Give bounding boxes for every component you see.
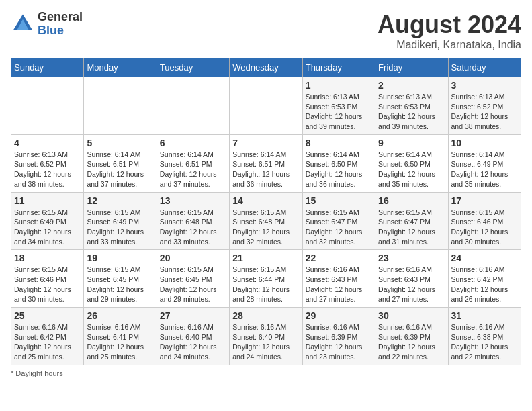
calendar-cell: 29Sunrise: 6:16 AMSunset: 6:39 PMDayligh…: [302, 308, 375, 365]
day-number: 3: [451, 80, 518, 91]
calendar-table: SundayMondayTuesdayWednesdayThursdayFrid…: [11, 58, 521, 365]
calendar-cell: 18Sunrise: 6:15 AMSunset: 6:46 PMDayligh…: [11, 250, 84, 308]
day-number: 19: [87, 253, 153, 263]
day-number: 13: [160, 195, 226, 206]
calendar-cell: 1Sunrise: 6:13 AMSunset: 6:53 PMDaylight…: [302, 77, 375, 135]
calendar-cell: 11Sunrise: 6:15 AMSunset: 6:49 PMDayligh…: [11, 192, 84, 250]
daylight-note: Daylight hours: [15, 369, 62, 377]
day-number: 5: [87, 138, 153, 148]
day-header-saturday: Saturday: [448, 58, 521, 77]
calendar-cell: 19Sunrise: 6:15 AMSunset: 6:45 PMDayligh…: [84, 250, 157, 308]
day-info: Sunrise: 6:14 AMSunset: 6:50 PMDaylight:…: [306, 150, 372, 189]
day-info: Sunrise: 6:15 AMSunset: 6:44 PMDaylight:…: [232, 265, 299, 304]
calendar-header-row: SundayMondayTuesdayWednesdayThursdayFrid…: [11, 58, 521, 77]
day-info: Sunrise: 6:16 AMSunset: 6:43 PMDaylight:…: [306, 265, 372, 304]
day-info: Sunrise: 6:16 AMSunset: 6:39 PMDaylight:…: [306, 322, 372, 362]
day-number: 7: [232, 138, 299, 148]
day-info: Sunrise: 6:16 AMSunset: 6:41 PMDaylight:…: [87, 322, 153, 362]
day-number: 17: [451, 195, 518, 206]
day-info: Sunrise: 6:13 AMSunset: 6:53 PMDaylight:…: [378, 92, 445, 132]
calendar-cell: 6Sunrise: 6:14 AMSunset: 6:51 PMDaylight…: [157, 134, 229, 192]
logo-text: General Blue: [38, 11, 83, 38]
calendar-cell: 31Sunrise: 6:16 AMSunset: 6:38 PMDayligh…: [448, 308, 521, 365]
calendar-cell: 27Sunrise: 6:16 AMSunset: 6:40 PMDayligh…: [157, 308, 229, 365]
calendar-cell: 14Sunrise: 6:15 AMSunset: 6:48 PMDayligh…: [230, 192, 302, 250]
calendar-cell: 2Sunrise: 6:13 AMSunset: 6:53 PMDaylight…: [375, 77, 448, 135]
day-header-thursday: Thursday: [302, 58, 375, 77]
calendar-week-2: 4Sunrise: 6:13 AMSunset: 6:52 PMDaylight…: [11, 134, 521, 192]
day-number: 11: [14, 195, 81, 206]
day-info: Sunrise: 6:13 AMSunset: 6:52 PMDaylight:…: [14, 150, 81, 189]
day-header-tuesday: Tuesday: [157, 58, 229, 77]
day-info: Sunrise: 6:16 AMSunset: 6:42 PMDaylight:…: [14, 322, 81, 362]
day-info: Sunrise: 6:14 AMSunset: 6:51 PMDaylight:…: [160, 150, 226, 189]
day-number: 29: [306, 310, 372, 321]
day-number: 12: [87, 195, 153, 206]
calendar-cell: 22Sunrise: 6:16 AMSunset: 6:43 PMDayligh…: [302, 250, 375, 308]
day-header-monday: Monday: [84, 58, 157, 77]
calendar-cell: 26Sunrise: 6:16 AMSunset: 6:41 PMDayligh…: [84, 308, 157, 365]
day-number: 16: [378, 195, 445, 206]
day-info: Sunrise: 6:15 AMSunset: 6:45 PMDaylight:…: [87, 265, 153, 304]
logo: General Blue: [11, 11, 83, 38]
day-info: Sunrise: 6:14 AMSunset: 6:51 PMDaylight:…: [232, 150, 299, 189]
footer-note: * Daylight hours: [11, 369, 521, 377]
day-number: 24: [451, 253, 518, 263]
day-info: Sunrise: 6:16 AMSunset: 6:38 PMDaylight:…: [451, 322, 518, 362]
subtitle: Madikeri, Karnataka, India: [378, 39, 521, 51]
day-info: Sunrise: 6:15 AMSunset: 6:49 PMDaylight:…: [14, 208, 81, 247]
day-number: 4: [14, 138, 81, 148]
calendar-cell: 30Sunrise: 6:16 AMSunset: 6:39 PMDayligh…: [375, 308, 448, 365]
calendar-cell: 25Sunrise: 6:16 AMSunset: 6:42 PMDayligh…: [11, 308, 84, 365]
day-info: Sunrise: 6:15 AMSunset: 6:48 PMDaylight:…: [232, 208, 299, 247]
day-info: Sunrise: 6:16 AMSunset: 6:42 PMDaylight:…: [451, 265, 518, 304]
day-info: Sunrise: 6:16 AMSunset: 6:43 PMDaylight:…: [378, 265, 445, 304]
logo-line1: General: [38, 11, 83, 24]
day-number: 31: [451, 310, 518, 321]
calendar-cell: 20Sunrise: 6:15 AMSunset: 6:45 PMDayligh…: [157, 250, 229, 308]
day-info: Sunrise: 6:16 AMSunset: 6:40 PMDaylight:…: [160, 322, 226, 362]
day-number: 6: [160, 138, 226, 148]
day-number: 8: [306, 138, 372, 148]
main-title: August 2024: [378, 11, 521, 39]
logo-line2: Blue: [38, 24, 83, 38]
day-info: Sunrise: 6:15 AMSunset: 6:46 PMDaylight:…: [14, 265, 81, 304]
calendar-cell: 10Sunrise: 6:14 AMSunset: 6:49 PMDayligh…: [448, 134, 521, 192]
day-info: Sunrise: 6:15 AMSunset: 6:47 PMDaylight:…: [378, 208, 445, 247]
day-number: 15: [306, 195, 372, 206]
day-number: 26: [87, 310, 153, 321]
day-number: 22: [306, 253, 372, 263]
day-info: Sunrise: 6:15 AMSunset: 6:48 PMDaylight:…: [160, 208, 226, 247]
calendar-cell: 13Sunrise: 6:15 AMSunset: 6:48 PMDayligh…: [157, 192, 229, 250]
day-info: Sunrise: 6:15 AMSunset: 6:46 PMDaylight:…: [451, 208, 518, 247]
calendar-cell: 8Sunrise: 6:14 AMSunset: 6:50 PMDaylight…: [302, 134, 375, 192]
day-number: 25: [14, 310, 81, 321]
calendar-cell: 16Sunrise: 6:15 AMSunset: 6:47 PMDayligh…: [375, 192, 448, 250]
day-info: Sunrise: 6:15 AMSunset: 6:45 PMDaylight:…: [160, 265, 226, 304]
day-number: 27: [160, 310, 226, 321]
calendar-cell: 15Sunrise: 6:15 AMSunset: 6:47 PMDayligh…: [302, 192, 375, 250]
calendar-cell: 21Sunrise: 6:15 AMSunset: 6:44 PMDayligh…: [230, 250, 302, 308]
day-info: Sunrise: 6:15 AMSunset: 6:47 PMDaylight:…: [306, 208, 372, 247]
calendar-cell: 17Sunrise: 6:15 AMSunset: 6:46 PMDayligh…: [448, 192, 521, 250]
calendar-week-3: 11Sunrise: 6:15 AMSunset: 6:49 PMDayligh…: [11, 192, 521, 250]
calendar-cell: 23Sunrise: 6:16 AMSunset: 6:43 PMDayligh…: [375, 250, 448, 308]
calendar-week-4: 18Sunrise: 6:15 AMSunset: 6:46 PMDayligh…: [11, 250, 521, 308]
calendar-cell: 5Sunrise: 6:14 AMSunset: 6:51 PMDaylight…: [84, 134, 157, 192]
calendar-cell: 24Sunrise: 6:16 AMSunset: 6:42 PMDayligh…: [448, 250, 521, 308]
calendar-cell: [157, 77, 229, 135]
day-number: 1: [306, 80, 372, 91]
day-number: 18: [14, 253, 81, 263]
day-number: 9: [378, 138, 445, 148]
day-info: Sunrise: 6:14 AMSunset: 6:49 PMDaylight:…: [451, 150, 518, 189]
day-info: Sunrise: 6:16 AMSunset: 6:40 PMDaylight:…: [232, 322, 299, 362]
calendar-body: 1Sunrise: 6:13 AMSunset: 6:53 PMDaylight…: [11, 77, 521, 365]
calendar-cell: 9Sunrise: 6:14 AMSunset: 6:50 PMDaylight…: [375, 134, 448, 192]
calendar-cell: 12Sunrise: 6:15 AMSunset: 6:49 PMDayligh…: [84, 192, 157, 250]
calendar-cell: 4Sunrise: 6:13 AMSunset: 6:52 PMDaylight…: [11, 134, 84, 192]
day-number: 28: [232, 310, 299, 321]
day-header-friday: Friday: [375, 58, 448, 77]
day-number: 2: [378, 80, 445, 91]
day-info: Sunrise: 6:16 AMSunset: 6:39 PMDaylight:…: [378, 322, 445, 362]
day-info: Sunrise: 6:15 AMSunset: 6:49 PMDaylight:…: [87, 208, 153, 247]
